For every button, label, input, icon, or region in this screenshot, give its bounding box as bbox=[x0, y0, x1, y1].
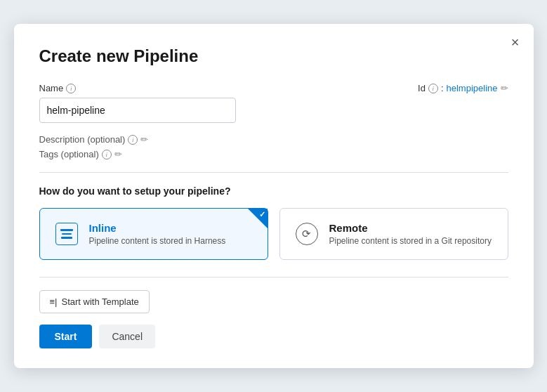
id-edit-icon[interactable]: ✏ bbox=[501, 83, 508, 93]
id-value-link[interactable]: helmpipeline bbox=[447, 83, 498, 93]
description-label: Description (optional) bbox=[39, 134, 126, 145]
remote-icon: ⟳ bbox=[294, 221, 319, 247]
description-info-icon[interactable]: i bbox=[128, 135, 138, 145]
template-icon: ≡| bbox=[50, 296, 58, 307]
id-separator: : bbox=[441, 83, 444, 93]
inline-icon bbox=[54, 221, 79, 247]
inline-desc: Pipeline content is stored in Harness bbox=[89, 236, 226, 246]
divider-2 bbox=[39, 277, 508, 277]
pipeline-options: Inline Pipeline content is stored in Har… bbox=[39, 208, 508, 260]
inline-option[interactable]: Inline Pipeline content is stored in Har… bbox=[39, 208, 268, 260]
cancel-button[interactable]: Cancel bbox=[99, 325, 155, 348]
setup-question: How do you want to setup your pipeline? bbox=[39, 185, 508, 197]
start-button[interactable]: Start bbox=[39, 325, 93, 348]
id-info-icon[interactable]: i bbox=[428, 84, 438, 93]
template-label: Start with Template bbox=[61, 296, 138, 307]
tags-info-icon[interactable]: i bbox=[102, 150, 112, 159]
description-edit-icon[interactable]: ✏ bbox=[140, 134, 148, 145]
inline-title: Inline bbox=[89, 222, 226, 234]
tags-label: Tags (optional) bbox=[39, 149, 99, 159]
name-info-icon[interactable]: i bbox=[66, 84, 76, 93]
create-pipeline-modal: × Create new Pipeline Name i Id i : helm… bbox=[14, 24, 534, 368]
name-label: Name bbox=[39, 83, 64, 93]
id-label: Id bbox=[418, 83, 426, 93]
remote-option[interactable]: ⟳ Remote Pipeline content is stored in a… bbox=[279, 208, 508, 260]
close-button[interactable]: × bbox=[511, 35, 520, 49]
remote-desc: Pipeline content is stored in a Git repo… bbox=[329, 236, 492, 246]
remote-title: Remote bbox=[329, 222, 492, 234]
start-with-template-button[interactable]: ≡| Start with Template bbox=[39, 290, 150, 313]
divider-1 bbox=[39, 172, 508, 173]
modal-title: Create new Pipeline bbox=[39, 46, 508, 66]
name-input[interactable] bbox=[39, 98, 236, 123]
remote-text: Remote Pipeline content is stored in a G… bbox=[329, 222, 492, 246]
modal-actions: Start Cancel bbox=[39, 325, 508, 348]
inline-text: Inline Pipeline content is stored in Har… bbox=[89, 222, 226, 246]
tags-edit-icon[interactable]: ✏ bbox=[114, 149, 122, 159]
